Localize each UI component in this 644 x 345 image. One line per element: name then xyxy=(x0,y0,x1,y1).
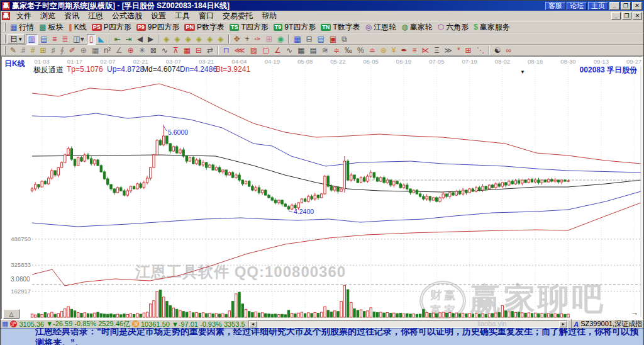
child-close-button[interactable]: ✕ xyxy=(633,12,642,20)
crosshair-button[interactable]: + xyxy=(243,34,252,45)
calendar-button[interactable]: ▦ xyxy=(291,34,303,45)
candle-type-dropdown[interactable]: ◫▾ xyxy=(70,34,86,45)
menu-item-7[interactable]: 窗口 xyxy=(194,11,218,21)
edit-pen-tool[interactable]: ✒ xyxy=(398,45,409,56)
kline-button[interactable]: ∥K线 xyxy=(66,22,89,33)
hexagon-button[interactable]: ⬡六角形 xyxy=(435,22,471,33)
gold-level-tool[interactable]: ¥ xyxy=(389,45,399,56)
quote-button[interactable]: ▦行情 xyxy=(8,22,36,33)
restore-button[interactable]: ❐ xyxy=(621,2,631,10)
ma-long-button[interactable]: ≣ xyxy=(59,34,70,45)
next-bar-button[interactable]: ▶ xyxy=(145,34,156,45)
info-board-button[interactable]: ▤ xyxy=(38,34,50,45)
burst-tool[interactable]: ✳ xyxy=(136,45,148,56)
child-window-icon[interactable]: 赢 xyxy=(2,12,10,20)
minimize-button[interactable]: _ xyxy=(609,2,619,10)
gann-wheel-button[interactable]: ◎江恩轮 xyxy=(363,22,399,33)
menu-item-5[interactable]: 设置 xyxy=(147,11,170,21)
child-minimize-button[interactable]: _ xyxy=(611,12,621,20)
percent-tool[interactable]: % xyxy=(355,45,367,56)
app-icon[interactable]: 赢 xyxy=(2,2,10,10)
fan-tool[interactable]: ⋘ xyxy=(232,45,248,56)
current-symbol-panel[interactable]: A SZ399001,深证成指 xyxy=(571,319,642,329)
chart-area[interactable]: 江恩工具软件 QQ:100800360 财赢富家 赢家聊吧 01-0301-17… xyxy=(1,56,643,319)
toolbar-grip[interactable] xyxy=(4,23,6,31)
ma-short-button[interactable]: ≡ xyxy=(50,34,59,45)
scroll-right-arrow[interactable]: → xyxy=(630,308,638,317)
menu-item-6[interactable]: 工具 xyxy=(170,11,194,21)
forum-button[interactable]: 论坛 xyxy=(567,2,587,10)
export-button[interactable]: ⧉ xyxy=(339,34,350,45)
slant-lines-tool[interactable]: ≫ xyxy=(441,45,455,56)
dense-grid-tool[interactable]: ▦ xyxy=(89,45,101,56)
hatch-box-tool[interactable]: ▨ xyxy=(248,45,260,56)
menu-item-0[interactable]: 文件 xyxy=(12,11,36,21)
calculator-button[interactable]: ⊟ xyxy=(304,34,315,45)
zoom-in-button[interactable]: ◈ xyxy=(204,34,215,45)
first-bar-button[interactable]: ⇤ xyxy=(112,34,123,45)
menu-item-3[interactable]: 江恩 xyxy=(84,11,108,21)
gold-circle-tool[interactable]: ⊛ xyxy=(378,45,389,56)
pan-hand-button[interactable]: ✥ xyxy=(231,34,243,45)
menu-item-2[interactable]: 资讯 xyxy=(60,11,84,21)
last-bar-button[interactable]: ⇥ xyxy=(123,34,135,45)
arrow-grid-tool[interactable]: ⊼ xyxy=(170,45,181,56)
protractor-tool[interactable]: ∠ xyxy=(113,45,125,56)
span-arrows-tool[interactable]: ⇄ xyxy=(204,45,216,56)
prev-bar-button[interactable]: ◀ xyxy=(135,34,145,45)
n-square-tool[interactable]: n² xyxy=(101,45,113,56)
t9-square-button[interactable]: T99T四方形 xyxy=(271,22,319,33)
cross-fan-tool[interactable]: * xyxy=(455,45,463,56)
compress-horizontal-button[interactable]: ◈ xyxy=(161,34,172,45)
red-box-grid-tool[interactable]: ▦ xyxy=(181,45,193,56)
sphere-button[interactable]: ◉ xyxy=(275,34,286,45)
widen-bars-button[interactable]: ◈ xyxy=(183,34,194,45)
yinyang-tool[interactable]: ☯ xyxy=(492,45,504,56)
child-restore-button[interactable]: ❐ xyxy=(622,12,631,20)
permille-tool[interactable]: ‰ xyxy=(342,45,355,56)
flat-level-tool[interactable]: ≡ xyxy=(410,45,419,56)
box-x-tool[interactable]: ⊠ xyxy=(148,45,159,56)
expand-horizontal-button[interactable]: ◈ xyxy=(172,34,182,45)
wave-tool[interactable]: ∿ xyxy=(159,45,170,56)
multiline-tool[interactable]: ≋ xyxy=(319,45,331,56)
grid-table-tool[interactable]: ▦ xyxy=(295,45,307,56)
scrollbar-left-arrow[interactable]: ◄ xyxy=(249,321,257,327)
service-button[interactable]: 客服 xyxy=(545,2,565,10)
t-square-button[interactable]: TST四方形 xyxy=(227,22,271,33)
volume-pane-expand-button[interactable]: △ xyxy=(3,309,19,319)
pattern-grid-button[interactable]: ⊞ xyxy=(264,34,275,45)
sector-button[interactable]: ▩板块 xyxy=(36,22,65,33)
t-number-table-button[interactable]: TNT数字表 xyxy=(318,22,362,33)
highlight-kline-button[interactable]: ▯ xyxy=(87,34,96,45)
scrollbar-track[interactable] xyxy=(257,321,560,327)
zoom-out-button[interactable]: ◈ xyxy=(215,34,226,45)
gann-flag-grid-tool[interactable]: ♯ xyxy=(49,45,58,56)
save-button[interactable]: ▣ xyxy=(327,34,339,45)
e-lines-tool[interactable]: Ξ xyxy=(432,45,442,56)
level-percent-tool[interactable]: ≐ xyxy=(367,45,378,56)
toolbar-grip[interactable] xyxy=(4,46,6,55)
kline-chart[interactable]: 01-0301-1702-0702-2103-0703-2104-0404-19… xyxy=(2,57,643,319)
gann-circle-tool[interactable]: ⊕ xyxy=(125,45,136,56)
zigzag-tool[interactable]: ∿ xyxy=(284,45,295,56)
angle-line-tool[interactable]: ∠ xyxy=(272,45,284,56)
infinity-tool[interactable]: ∞ xyxy=(503,45,514,56)
notepad-button[interactable]: ▤ xyxy=(315,34,327,45)
winner-service-button[interactable]: $赢家服务 xyxy=(471,22,513,33)
pen-tool[interactable]: ✎ xyxy=(8,45,19,56)
circle-grid-tool[interactable]: ⊕ xyxy=(78,45,89,56)
spiral-tool[interactable]: ∮ xyxy=(58,45,67,56)
p-square-button[interactable]: PSP四方形 xyxy=(89,22,134,33)
angle-fan-tool[interactable]: ⋉ xyxy=(419,45,432,56)
quote-grid-icon[interactable]: ▦ xyxy=(2,320,8,327)
period-dropdown[interactable]: 日 ▾ xyxy=(8,34,25,44)
round-box-tool[interactable]: ▢ xyxy=(260,45,272,56)
retrace-tool[interactable]: ≑ xyxy=(331,45,342,56)
menu-item-1[interactable]: 浏览 xyxy=(36,11,60,21)
grid-table2-tool[interactable]: ▤ xyxy=(308,45,319,56)
winner-wheel-button[interactable]: ◍赢家轮 xyxy=(399,22,435,33)
marker-pen-tool[interactable]: ✐ xyxy=(67,45,78,56)
p9-square-button[interactable]: P99P四方形 xyxy=(134,22,182,33)
homepage-button[interactable]: 主页 xyxy=(588,2,608,10)
